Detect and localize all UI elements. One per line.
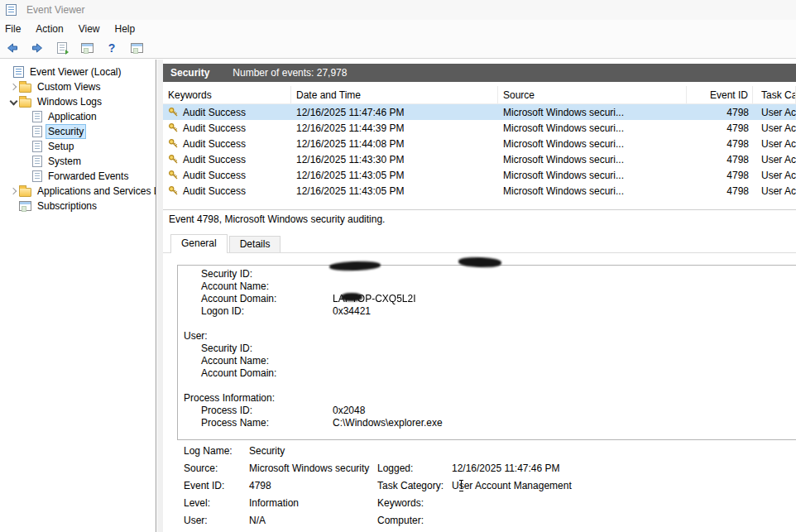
tree-item-application[interactable]: Application: [0, 109, 156, 124]
keywords-cell: Audit Success: [183, 122, 246, 134]
event-viewer-window: Event Viewer File Action View Help ?: [0, 0, 796, 532]
logged-label: Logged:: [377, 463, 413, 474]
pane-header: Security Number of events: 27,978: [163, 64, 796, 82]
task-category-cell: User Ac: [753, 122, 796, 134]
tree-item-custom-views[interactable]: Custom Views: [0, 79, 156, 94]
event-row[interactable]: Audit Success 12/16/2025 11:44:39 PM Mic…: [163, 120, 796, 136]
event-viewer-icon: [13, 66, 24, 78]
desc-blank-line: [178, 318, 796, 330]
chevron-down-icon[interactable]: [7, 94, 19, 109]
title-bar: Event Viewer: [0, 0, 796, 20]
tree-item-subscriptions[interactable]: Subscriptions: [0, 199, 156, 213]
console-window-icon: [81, 43, 94, 53]
task-category-cell: User Ac: [753, 185, 796, 197]
desc-blank-line: [178, 380, 796, 392]
event-id-cell: 4798: [687, 138, 753, 150]
event-id-cell: 4798: [687, 185, 753, 197]
tree-item-label: Forwarded Events: [46, 170, 130, 183]
column-task-category[interactable]: Task Ca: [753, 86, 796, 103]
event-id-label: Event ID:: [184, 480, 224, 491]
menu-action[interactable]: Action: [28, 21, 70, 37]
panel-divider: [157, 60, 163, 532]
tree-item-applications-and-services[interactable]: Applications and Services Lo: [0, 184, 156, 199]
tree-item-setup[interactable]: Setup: [0, 139, 156, 154]
tab-details[interactable]: Details: [229, 236, 281, 252]
keywords-cell: Audit Success: [183, 154, 246, 165]
desc-value: 0x34421: [333, 305, 371, 318]
event-viewer-app-icon: [6, 4, 17, 16]
folder-icon: [19, 188, 31, 197]
show-console-tree-button[interactable]: [79, 40, 95, 56]
level-label: Level:: [184, 497, 210, 509]
help-button[interactable]: ?: [103, 40, 120, 56]
task-category-cell: User Ac: [753, 138, 796, 150]
menu-file[interactable]: File: [2, 21, 28, 37]
task-category-cell: User Ac: [753, 107, 796, 118]
menu-bar: File Action View Help: [0, 20, 796, 37]
event-description-box[interactable]: Security ID: Account Name: Account Domai…: [177, 265, 796, 440]
audit-success-key-icon: [168, 170, 179, 180]
chevron-right-icon[interactable]: [7, 184, 19, 199]
level-value: Information: [249, 497, 299, 509]
results-pane: Security Number of events: 27,978 Keywor…: [163, 60, 796, 532]
event-id-cell: 4798: [687, 154, 753, 165]
desc-value: C:\Windows\explorer.exe: [333, 417, 443, 429]
show-action-pane-button[interactable]: [128, 40, 145, 56]
desc-label: Account Name:: [201, 280, 269, 292]
menu-view[interactable]: View: [71, 21, 108, 37]
tree-item-windows-logs[interactable]: Windows Logs: [0, 94, 156, 109]
source-cell: Microsoft Windows securi...: [498, 138, 687, 150]
event-row[interactable]: Audit Success 12/16/2025 11:43:05 PM Mic…: [163, 167, 796, 183]
tree-item-security[interactable]: Security: [0, 124, 156, 139]
detail-tabs: General Details: [163, 230, 796, 253]
tab-general[interactable]: General: [170, 234, 228, 253]
forward-button[interactable]: [29, 40, 46, 56]
event-log-icon: [32, 141, 42, 152]
help-question-icon: ?: [108, 41, 116, 55]
event-log-icon: [32, 170, 42, 182]
chevron-right-icon[interactable]: [7, 79, 19, 94]
event-log-icon: [32, 156, 42, 167]
date-cell: 12/16/2025 11:43:05 PM: [291, 185, 498, 197]
desc-label: Security ID:: [201, 343, 252, 354]
tree-item-label-selected: Security: [46, 125, 85, 138]
event-summary-grid: Log Name: Security Source: Microsoft Win…: [163, 442, 796, 532]
source-cell: Microsoft Windows securi...: [498, 107, 687, 118]
keywords-cell: Audit Success: [183, 170, 246, 181]
tree-item-forwarded-events[interactable]: Forwarded Events: [0, 169, 156, 184]
audit-success-key-icon: [168, 107, 179, 117]
source-cell: Microsoft Windows securi...: [498, 154, 687, 165]
column-headers: Keywords Date and Time Source Event ID T…: [163, 86, 796, 104]
audit-success-key-icon: [168, 122, 179, 133]
event-log-icon: [32, 111, 42, 122]
event-id-cell: 4798: [687, 170, 753, 181]
event-row[interactable]: Audit Success 12/16/2025 11:43:30 PM Mic…: [163, 151, 796, 167]
toolbar: ?: [0, 37, 796, 59]
event-id-value: 4798: [249, 480, 271, 491]
redaction-mark: [341, 293, 362, 301]
document-icon: [57, 42, 67, 54]
desc-label: Account Name:: [201, 355, 269, 367]
date-cell: 12/16/2025 11:43:30 PM: [291, 154, 498, 165]
folder-icon: [19, 98, 31, 108]
back-button[interactable]: [4, 40, 21, 56]
event-row[interactable]: Audit Success 12/16/2025 11:44:08 PM Mic…: [163, 136, 796, 151]
column-date-and-time[interactable]: Date and Time: [291, 86, 498, 103]
desc-label: Account Domain:: [201, 367, 276, 379]
column-source[interactable]: Source: [498, 86, 687, 103]
column-event-id[interactable]: Event ID: [687, 86, 753, 103]
event-row[interactable]: Audit Success 12/16/2025 11:43:05 PM Mic…: [163, 183, 796, 199]
export-log-button[interactable]: [54, 40, 70, 56]
event-row[interactable]: Audit Success 12/16/2025 11:47:46 PM Mic…: [163, 104, 796, 120]
tree-item-label: Subscriptions: [36, 199, 98, 213]
tree-item-event-viewer-local[interactable]: Event Viewer (Local): [0, 65, 156, 79]
event-log-icon: [32, 126, 42, 137]
column-keywords[interactable]: Keywords: [163, 86, 291, 103]
date-cell: 12/16/2025 11:47:46 PM: [291, 107, 498, 118]
tree-item-system[interactable]: System: [0, 154, 156, 169]
source-cell: Microsoft Windows securi...: [498, 170, 687, 181]
tree-item-label: Windows Logs: [36, 95, 103, 108]
event-id-cell: 4798: [687, 122, 753, 134]
log-name-value: Security: [249, 445, 285, 457]
menu-help[interactable]: Help: [108, 21, 143, 37]
